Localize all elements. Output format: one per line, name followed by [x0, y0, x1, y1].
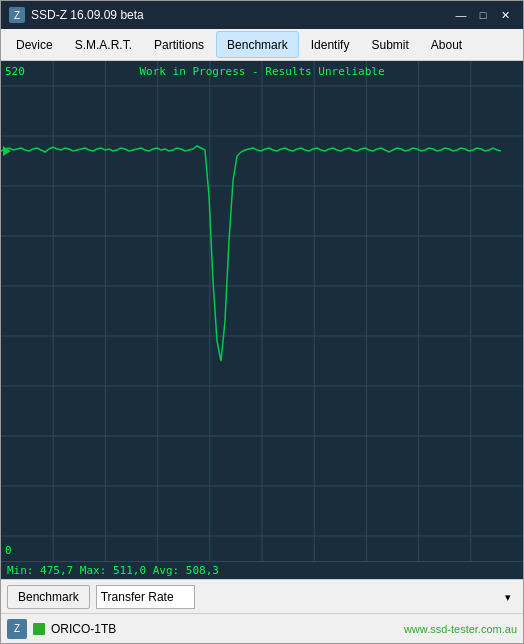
website-url: www.ssd-tester.com.au	[404, 623, 517, 635]
menu-bar: Device S.M.A.R.T. Partitions Benchmark I…	[1, 29, 523, 61]
main-content: 520 Work in Progress - Results Unreliabl…	[1, 61, 523, 579]
chart-y-max-label: 520	[5, 65, 25, 78]
toolbar: Benchmark Transfer Rate IOPS Latency	[1, 579, 523, 613]
maximize-button[interactable]: □	[473, 6, 493, 24]
menu-item-identify[interactable]: Identify	[301, 31, 360, 58]
stats-bar: Min: 475,7 Max: 511,0 Avg: 508,3	[1, 561, 523, 579]
drive-name: ORICO-1TB	[51, 622, 116, 636]
menu-item-partitions[interactable]: Partitions	[144, 31, 214, 58]
menu-item-smart[interactable]: S.M.A.R.T.	[65, 31, 142, 58]
menu-item-submit[interactable]: Submit	[361, 31, 418, 58]
app-window: Z SSD-Z 16.09.09 beta — □ ✕ Device S.M.A…	[0, 0, 524, 644]
window-title: SSD-Z 16.09.09 beta	[31, 8, 451, 22]
app-status-icon: Z	[7, 619, 27, 639]
minimize-button[interactable]: —	[451, 6, 471, 24]
status-bar: Z ORICO-1TB www.ssd-tester.com.au	[1, 613, 523, 643]
benchmark-button[interactable]: Benchmark	[7, 585, 90, 609]
stats-text: Min: 475,7 Max: 511,0 Avg: 508,3	[7, 564, 219, 577]
drive-indicator	[33, 623, 45, 635]
chart-y-min-label: 0	[5, 544, 12, 557]
chart-area: 520 Work in Progress - Results Unreliabl…	[1, 61, 523, 561]
transfer-rate-select[interactable]: Transfer Rate IOPS Latency	[96, 585, 195, 609]
close-button[interactable]: ✕	[495, 6, 515, 24]
menu-item-benchmark[interactable]: Benchmark	[216, 31, 299, 58]
window-controls: — □ ✕	[451, 6, 515, 24]
chart-title: Work in Progress - Results Unreliable	[139, 65, 384, 78]
chart-svg	[1, 61, 523, 561]
title-bar: Z SSD-Z 16.09.09 beta — □ ✕	[1, 1, 523, 29]
app-icon: Z	[9, 7, 25, 23]
transfer-select-wrapper: Transfer Rate IOPS Latency	[96, 585, 517, 609]
menu-item-device[interactable]: Device	[6, 31, 63, 58]
menu-item-about[interactable]: About	[421, 31, 472, 58]
